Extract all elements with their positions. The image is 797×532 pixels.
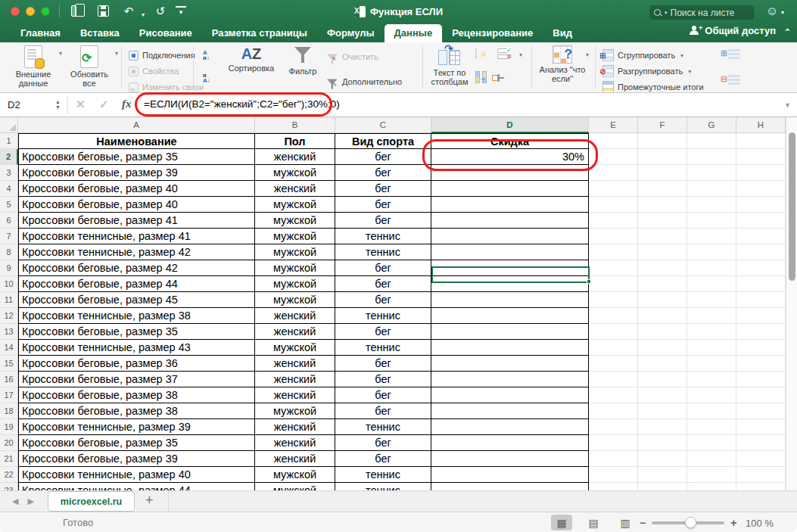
- row-header-10[interactable]: 10: [0, 276, 18, 292]
- cell-C2[interactable]: бег: [335, 149, 431, 165]
- flash-fill-button[interactable]: ⚡: [475, 49, 477, 58]
- cell-G18[interactable]: [687, 403, 736, 419]
- cell-D19[interactable]: [431, 419, 589, 435]
- cell-F5[interactable]: [638, 197, 687, 213]
- cell-C3[interactable]: бег: [335, 165, 431, 181]
- expand-formula-bar-icon[interactable]: ▼: [784, 101, 791, 109]
- cell-C21[interactable]: бег: [335, 451, 431, 467]
- cell-A4[interactable]: Кроссовки беговые, размер 40: [18, 181, 255, 197]
- row-header-23[interactable]: 23: [0, 483, 18, 490]
- row-header-7[interactable]: 7: [0, 229, 18, 244]
- cell-D5[interactable]: [431, 197, 589, 213]
- sort-descending-button[interactable]: яА↓: [203, 73, 210, 83]
- cell-A23[interactable]: Кроссовки теннисные, размер 44: [18, 483, 255, 490]
- external-data-button[interactable]: Внешние данные: [9, 45, 58, 88]
- previous-sheet-button[interactable]: ◀: [12, 496, 27, 506]
- column-header-H[interactable]: H: [736, 117, 786, 133]
- cell-A8[interactable]: Кроссовки теннисные, размер 42: [18, 244, 255, 260]
- cell-F23[interactable]: [638, 483, 687, 490]
- insert-function-icon[interactable]: fx: [122, 98, 132, 110]
- cell-D6[interactable]: [431, 213, 589, 229]
- cell-E3[interactable]: [589, 165, 638, 181]
- row-header-15[interactable]: 15: [0, 356, 18, 372]
- cell-A11[interactable]: Кроссовки беговые, размер 45: [18, 292, 255, 308]
- cell-G10[interactable]: [687, 276, 736, 292]
- name-box-spinner[interactable]: ▲▼: [55, 100, 67, 110]
- cell-A20[interactable]: Кроссовки беговые, размер 35: [18, 435, 255, 451]
- subtotals-button[interactable]: Промежуточные итоги: [602, 79, 704, 95]
- cell-E23[interactable]: [589, 483, 638, 490]
- cell-E15[interactable]: [589, 356, 638, 372]
- external-data-caret-icon[interactable]: ▾: [59, 50, 62, 57]
- cell-H19[interactable]: [736, 419, 786, 435]
- cell-B1[interactable]: Пол: [255, 133, 335, 149]
- row-header-17[interactable]: 17: [0, 387, 18, 403]
- refresh-all-caret-icon[interactable]: ▾: [115, 50, 118, 57]
- cell-E14[interactable]: [589, 340, 638, 356]
- cell-G15[interactable]: [687, 356, 736, 372]
- cell-G3[interactable]: [687, 165, 736, 181]
- cell-H7[interactable]: [736, 229, 786, 244]
- cancel-entry-icon[interactable]: ✕: [76, 98, 86, 111]
- cell-C19[interactable]: теннис: [335, 419, 431, 435]
- row-header-3[interactable]: 3: [0, 165, 18, 181]
- cell-H21[interactable]: [736, 451, 786, 467]
- cell-D8[interactable]: [431, 244, 589, 260]
- add-sheet-button[interactable]: +: [145, 493, 154, 509]
- sheet-tab-microexcel[interactable]: microexcel.ru: [48, 491, 135, 512]
- page-layout-view-button[interactable]: ▤: [583, 515, 604, 530]
- cell-A12[interactable]: Кроссовки теннисные, размер 38: [18, 308, 255, 324]
- cell-G20[interactable]: [687, 435, 736, 451]
- cell-C7[interactable]: теннис: [335, 229, 431, 244]
- cell-F19[interactable]: [638, 419, 687, 435]
- share-button[interactable]: + Общий доступ: [690, 25, 776, 36]
- cell-B14[interactable]: мужской: [255, 340, 335, 356]
- cell-B9[interactable]: мужской: [255, 260, 335, 276]
- cell-D9[interactable]: [431, 260, 589, 276]
- cell-H17[interactable]: [736, 387, 786, 403]
- cell-A6[interactable]: Кроссовки беговые, размер 41: [18, 213, 255, 229]
- cell-A9[interactable]: Кроссовки беговые, размер 42: [18, 260, 255, 276]
- cell-E21[interactable]: [589, 451, 638, 467]
- cell-H15[interactable]: [736, 356, 786, 372]
- cell-H16[interactable]: [736, 372, 786, 387]
- cell-F6[interactable]: [638, 213, 687, 229]
- zoom-window-button[interactable]: [41, 7, 50, 16]
- row-header-22[interactable]: 22: [0, 467, 18, 483]
- column-header-A[interactable]: A: [18, 117, 255, 133]
- undo-icon[interactable]: ↶: [120, 3, 138, 20]
- cell-E5[interactable]: [589, 197, 638, 213]
- row-header-11[interactable]: 11: [0, 292, 18, 308]
- cell-C4[interactable]: бег: [335, 181, 431, 197]
- cell-C15[interactable]: бег: [335, 356, 431, 372]
- cell-G17[interactable]: [687, 387, 736, 403]
- cell-C11[interactable]: бег: [335, 292, 431, 308]
- cell-C16[interactable]: бег: [335, 372, 431, 387]
- cell-B6[interactable]: мужской: [255, 213, 335, 229]
- cell-C6[interactable]: бег: [335, 213, 431, 229]
- cell-F1[interactable]: [638, 133, 687, 149]
- cell-G13[interactable]: [687, 324, 736, 340]
- row-header-18[interactable]: 18: [0, 403, 18, 419]
- cell-G14[interactable]: [687, 340, 736, 356]
- advanced-filter-button[interactable]: ✎ Дополнительно: [327, 74, 402, 89]
- sort-button[interactable]: АZ Сортировка: [224, 45, 279, 73]
- row-header-4[interactable]: 4: [0, 181, 18, 197]
- cell-D15[interactable]: [431, 356, 589, 372]
- cell-B5[interactable]: мужской: [255, 197, 335, 213]
- data-validation-caret-icon[interactable]: ▾: [519, 51, 522, 58]
- cell-C5[interactable]: бег: [335, 197, 431, 213]
- cell-D10[interactable]: [431, 276, 589, 292]
- properties-button[interactable]: Свойства: [129, 64, 179, 79]
- cell-C18[interactable]: бег: [335, 403, 431, 419]
- cell-A22[interactable]: Кроссовки теннисные, размер 40: [18, 467, 255, 483]
- cell-H9[interactable]: [736, 260, 786, 276]
- cell-B17[interactable]: женский: [255, 387, 335, 403]
- next-sheet-button[interactable]: ▶: [27, 496, 42, 506]
- page-break-view-button[interactable]: ▥: [615, 515, 636, 530]
- ribbon-tab-главная[interactable]: Главная: [11, 24, 70, 42]
- cell-A5[interactable]: Кроссовки беговые, размер 40: [18, 197, 255, 213]
- cell-A17[interactable]: Кроссовки беговые, размер 38: [18, 387, 255, 403]
- cell-B20[interactable]: женский: [255, 435, 335, 451]
- cell-F2[interactable]: [638, 149, 687, 165]
